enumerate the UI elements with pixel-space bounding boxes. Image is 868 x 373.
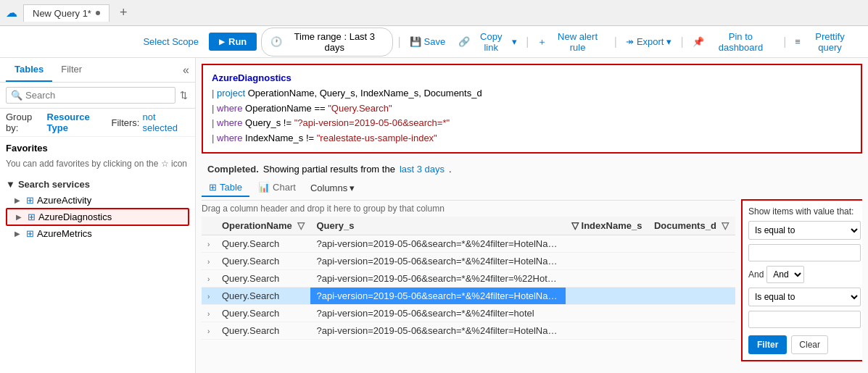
tab-label: New Query 1*	[33, 8, 91, 19]
prettify-icon: ≡	[795, 36, 801, 47]
row-expand-btn[interactable]: ›	[207, 327, 210, 335]
cell-index	[566, 269, 648, 287]
table-icon-activity: ⊞	[26, 195, 34, 206]
row-expand-btn[interactable]: ›	[207, 310, 210, 318]
filter-and-select[interactable]: And Or	[766, 266, 804, 283]
tree-item-azure-metrics[interactable]: ▶ ⊞ AzureMetrics	[6, 226, 189, 241]
tree-toggle-metrics: ▶	[15, 230, 23, 238]
copy-link-button[interactable]: 🔗 Copy link ▾	[454, 28, 521, 56]
filter-condition2-select[interactable]: Is equal toIs not equal toContainsDoes n…	[748, 288, 861, 306]
filter-sort-button[interactable]: ⇅	[178, 88, 189, 102]
cell-operation: Query.Search	[216, 322, 310, 339]
content-area: AzureDiagnostics | project OperationName…	[196, 58, 868, 373]
search-input[interactable]	[25, 90, 170, 101]
th-index-name[interactable]: ▽ IndexName_s	[566, 217, 648, 235]
add-tab-button[interactable]: +	[115, 4, 132, 22]
cell-index	[566, 304, 648, 322]
row-expand-btn[interactable]: ›	[207, 240, 210, 248]
filter-condition1-select[interactable]: Is equal toIs not equal toContainsDoes n…	[748, 221, 861, 240]
table-icon-diagnostics: ⊞	[28, 211, 36, 222]
row-expand-btn[interactable]: ›	[207, 275, 210, 283]
filter-index-icon[interactable]: ▽	[571, 220, 579, 231]
th-query-s[interactable]: Query_s	[310, 217, 566, 235]
toolbar-right: ▶ Run 🕐 Time range : Last 3 days | 💾 Sav…	[209, 28, 861, 56]
filters-label: Filters:	[111, 117, 139, 128]
pin-icon: 📌	[693, 36, 704, 47]
filter-show-label: Show items with value that:	[748, 206, 861, 217]
title-bar: ☁ New Query 1* +	[0, 0, 868, 26]
cell-query-s: ?api-version=2019-05-06&search=*&%24filt…	[310, 269, 566, 287]
tab-modified-indicator	[96, 11, 100, 15]
filter-value1-input[interactable]	[748, 244, 861, 261]
tree-toggle-diagnostics: ▶	[16, 213, 25, 221]
tree-label-activity: AzureActivity	[37, 195, 91, 206]
status-days-link[interactable]: last 3 days	[400, 164, 445, 175]
time-range-label: Time range : Last 3 days	[285, 31, 384, 53]
filter-and-row: And And Or	[748, 266, 861, 283]
row-expand-btn[interactable]: ›	[207, 258, 210, 266]
table-row: › Query.Search ?api-version=2019-05-06&s…	[202, 235, 735, 252]
filter-and-label: And	[748, 269, 764, 280]
th-operation-name[interactable]: OperationName ▽	[216, 217, 310, 235]
search-services-title: ▼ Search services	[6, 179, 189, 190]
export-button[interactable]: ↠ Export ▾	[621, 33, 677, 50]
filter-buttons: Filter Clear	[748, 335, 861, 354]
new-alert-button[interactable]: ＋ New alert rule	[533, 28, 609, 56]
table-row: › Query.Search ?api-version=2019-05-06&s…	[202, 287, 735, 304]
group-by-value[interactable]: Resource Type	[47, 112, 109, 133]
filter-documents-icon[interactable]: ▽	[722, 220, 729, 231]
filter-panel: Show items with value that: Is equal toI…	[741, 199, 862, 361]
tree-item-azure-diagnostics[interactable]: ▶ ⊞ AzureDiagnostics	[6, 208, 189, 226]
sidebar-content: Favorites You can add favorites by click…	[0, 137, 195, 373]
tree-toggle-activity: ▶	[15, 196, 23, 204]
app-icon: ☁	[6, 6, 17, 20]
sidebar: Tables Filter « 🔍 ⇅ Group by: Resource T…	[0, 58, 196, 373]
status-period: .	[449, 164, 452, 175]
cell-query-s: ?api-version=2019-05-06&search=*&%24filt…	[310, 287, 566, 304]
chart-tab-icon: 📊	[258, 182, 270, 193]
clock-icon: 🕐	[270, 36, 282, 47]
row-expand-btn[interactable]: ›	[207, 293, 210, 301]
group-by-bar: Group by: Resource Type Filters: not sel…	[0, 109, 195, 137]
query-editor[interactable]: AzureDiagnostics | project OperationName…	[202, 64, 862, 154]
status-partial: Showing partial results from the	[263, 164, 395, 175]
run-button[interactable]: ▶ Run	[209, 33, 257, 51]
sidebar-collapse-button[interactable]: «	[183, 58, 189, 82]
sidebar-tab-tables[interactable]: Tables	[6, 58, 52, 82]
time-range-button[interactable]: 🕐 Time range : Last 3 days	[261, 28, 393, 56]
group-by-label: Group by:	[6, 112, 44, 133]
cell-documents	[648, 235, 735, 252]
filter-operation-icon[interactable]: ▽	[297, 220, 305, 231]
cell-query-s: ?api-version=2019-05-06&search=*&%24filt…	[310, 322, 566, 339]
filter-apply-button[interactable]: Filter	[748, 335, 787, 354]
main-layout: Tables Filter « 🔍 ⇅ Group by: Resource T…	[0, 58, 868, 373]
favorites-title: Favorites	[6, 143, 189, 154]
pin-dashboard-button[interactable]: 📌 Pin to dashboard	[688, 28, 780, 56]
filter-clear-button[interactable]: Clear	[791, 335, 828, 354]
select-scope-button[interactable]: Select Scope	[139, 33, 203, 50]
filter-value2-input[interactable]	[748, 311, 861, 328]
cell-operation: Query.Search	[216, 235, 310, 252]
prettify-button[interactable]: ≡ Prettify query	[790, 28, 861, 56]
tab-chart[interactable]: 📊 Chart	[251, 179, 303, 197]
tab-table[interactable]: ⊞ Table	[202, 179, 249, 197]
tree-label-metrics: AzureMetrics	[37, 228, 92, 239]
run-label: Run	[228, 36, 247, 47]
table-row: › Query.Search ?api-version=2019-05-06&s…	[202, 269, 735, 287]
cell-documents	[648, 304, 735, 322]
sidebar-tab-filter[interactable]: Filter	[52, 58, 91, 82]
tree-item-azure-activity[interactable]: ▶ ⊞ AzureActivity	[6, 193, 189, 208]
columns-button[interactable]: Columns ▾	[305, 180, 360, 196]
chevron-down-icon-ss: ▼	[6, 179, 15, 190]
save-icon: 💾	[410, 36, 421, 47]
status-bar: Completed. Showing partial results from …	[196, 159, 868, 179]
tree-label-diagnostics: AzureDiagnostics	[38, 211, 112, 222]
filters-value[interactable]: not selected	[142, 112, 189, 133]
tab-new-query[interactable]: New Query 1*	[23, 4, 109, 22]
cell-query-s: ?api-version=2019-05-06&search=*&%24filt…	[310, 304, 566, 322]
search-box[interactable]: 🔍	[6, 87, 175, 104]
th-documents-d[interactable]: Documents_d ▽	[648, 217, 735, 235]
toolbar: Select Scope ▶ Run 🕐 Time range : Last 3…	[0, 26, 868, 58]
save-button[interactable]: 💾 Save	[405, 33, 450, 50]
cell-documents	[648, 252, 735, 269]
